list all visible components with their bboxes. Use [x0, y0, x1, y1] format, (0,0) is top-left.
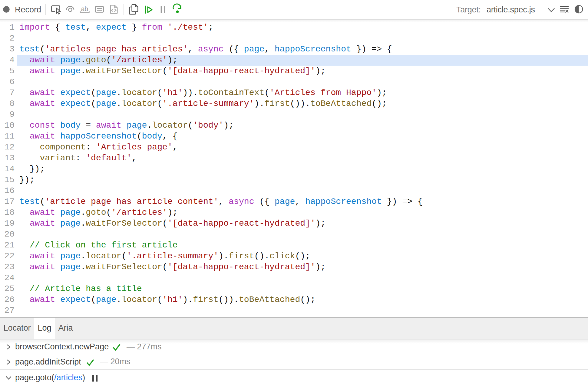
svg-text:ab: ab: [81, 5, 88, 13]
